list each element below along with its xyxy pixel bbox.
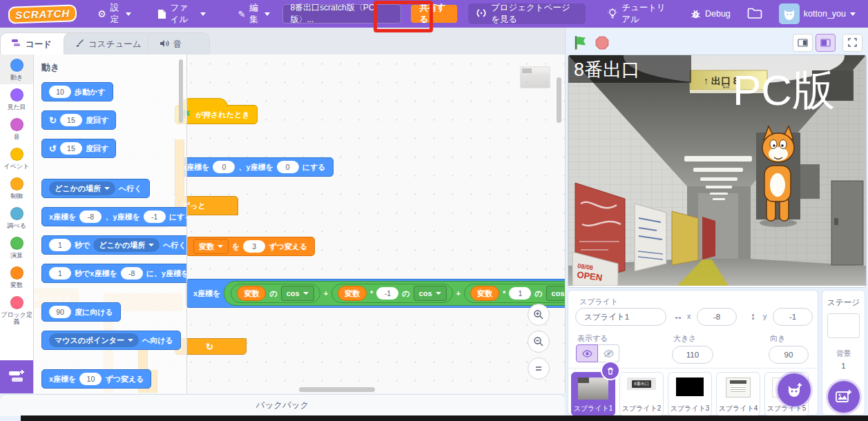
number-input[interactable]: -8 [79, 210, 102, 223]
number-input[interactable]: 10 [49, 86, 71, 98]
palette-block[interactable]: ↺15度回す [41, 139, 116, 158]
account-menu[interactable]: kotton_you [771, 0, 864, 28]
y-position-input[interactable]: -1 [773, 308, 813, 326]
goto-xy-block[interactable]: x座標を 0 、y座標を 0 にする [175, 157, 334, 177]
dropdown-field[interactable]: マウスのポインター [49, 333, 139, 347]
palette-block[interactable]: ↻15度回す [41, 110, 116, 130]
share-button[interactable]: 共有する [411, 5, 457, 23]
zoom-in-button[interactable] [528, 304, 550, 326]
palette-block[interactable]: 90度に向ける [41, 302, 121, 322]
stop-button[interactable] [595, 36, 609, 50]
hide-sprite-button[interactable] [598, 344, 619, 362]
set-x-expression-block[interactable]: x座標を 変数 の cos + 変数 * -1 の cos + 変数 [186, 279, 566, 308]
category-item-1[interactable]: 見た目 [0, 84, 33, 114]
operator-cos-3[interactable]: 変数 * 1 の cos [464, 284, 566, 303]
my-stuff-folder-button[interactable] [739, 0, 771, 28]
script-area[interactable]: 取ったとき 大きさを 110 %にする が押されたとき x座標を 0 、y座標を… [33, 55, 566, 393]
backpack-bar[interactable]: バックパック [0, 394, 565, 416]
palette-block[interactable]: x座標を10ずつ変える [41, 369, 151, 389]
palette-scrollbar[interactable] [179, 59, 183, 123]
zoom-reset-button[interactable] [528, 358, 550, 380]
x-axis-icon: ↔ [673, 311, 683, 322]
operator-cos-1[interactable]: 変数 の cos [231, 284, 320, 303]
vertical-scrollbar[interactable] [557, 77, 561, 123]
palette-block[interactable]: x座標を-8、y座標を-1にする [41, 207, 187, 226]
project-page-button[interactable]: プロジェクトページを見る [468, 3, 586, 24]
x-position-input[interactable]: -8 [697, 308, 737, 326]
dropdown-field[interactable]: どこかの場所 [49, 182, 115, 195]
change-variable-block[interactable]: 変数 を 3 ずつ変える [186, 237, 315, 256]
add-sprite-button[interactable] [778, 373, 811, 407]
number-input[interactable]: -8 [121, 267, 143, 280]
number-input[interactable]: 1 [49, 267, 71, 280]
number-input[interactable]: 1 [509, 287, 531, 300]
delete-sprite-button[interactable] [601, 361, 620, 380]
number-input[interactable]: -1 [144, 210, 166, 223]
category-item-4[interactable]: 制御 [0, 173, 33, 203]
category-item-5[interactable]: 調べる [0, 203, 33, 233]
file-menu[interactable]: ファイル [149, 0, 215, 28]
number-input[interactable]: 3 [243, 240, 265, 253]
number-input[interactable]: 90 [49, 306, 71, 318]
dropdown-field[interactable]: どこかの場所 [93, 238, 160, 252]
palette-block[interactable]: マウスのポインターへ向ける [41, 331, 181, 350]
category-item-6[interactable]: 演算 [0, 233, 33, 262]
project-title-input[interactable]: 8番出口scratch版〈PC版〉... [282, 4, 401, 23]
category-item-2[interactable]: 音 [0, 114, 33, 144]
stage[interactable]: 08/08 OPEN [568, 55, 867, 288]
tab-sounds[interactable]: 音 [148, 32, 210, 55]
block-palette[interactable]: 動き 10歩動かす↻15度回す↺15度回すどこかの場所へ行くx座標を-8、y座標… [33, 55, 187, 393]
operator-cos-2[interactable]: 変数 * -1 の cos [331, 284, 453, 303]
sprite-name-input[interactable]: スプライト1 [575, 308, 666, 326]
horizontal-scrollbar[interactable] [299, 387, 375, 392]
direction-input[interactable]: 90 [769, 346, 809, 364]
stage-panel[interactable]: ステージ 背景 1 [822, 290, 865, 415]
backdrop-thumbnail[interactable] [827, 313, 860, 338]
palette-block[interactable]: どこかの場所へ行く [41, 179, 150, 198]
math-function-dropdown[interactable]: cos [281, 286, 314, 301]
variable-reporter[interactable]: 変数 [470, 286, 499, 301]
variable-reporter[interactable]: 変数 [338, 286, 367, 301]
category-item-0[interactable]: 動き [0, 55, 33, 84]
sprite-card-2[interactable]: 8番出口スプライト2 [619, 372, 664, 416]
chevron-down-icon [218, 245, 223, 248]
block-label: の [269, 288, 277, 299]
category-item-8[interactable]: ブロック定義 [0, 292, 33, 329]
green-flag-button[interactable] [573, 35, 588, 50]
scratch-logo[interactable]: SCRATCH [8, 4, 77, 23]
operator-multiply[interactable]: 変数 の cos + 変数 * -1 の cos + 変数 * 1 の [224, 281, 566, 306]
chevron-down-icon [148, 244, 154, 246]
settings-menu[interactable]: ⚙ 設定 [89, 0, 139, 28]
math-function-dropdown[interactable]: cos [414, 286, 447, 301]
category-item-3[interactable]: イベント [0, 144, 33, 173]
variable-dropdown[interactable]: 変数 [193, 239, 229, 254]
palette-block[interactable]: 1秒でx座標を-8に、y座標を-1 [41, 264, 187, 283]
variable-reporter[interactable]: 変数 [237, 286, 266, 301]
tutorials-button[interactable]: チュートリアル [599, 0, 679, 28]
palette-block[interactable]: 1秒でどこかの場所へ行く [41, 235, 187, 255]
number-input[interactable]: 0 [213, 161, 235, 173]
category-item-7[interactable]: 変数 [0, 262, 33, 292]
number-input[interactable]: 10 [79, 373, 102, 385]
large-stage-button[interactable] [816, 34, 836, 52]
show-sprite-button[interactable] [576, 344, 598, 362]
sprite-card-3[interactable]: スプライト3 [668, 372, 712, 416]
fullscreen-button[interactable] [842, 34, 862, 52]
cat-sprite[interactable] [756, 126, 800, 227]
add-backdrop-button[interactable] [828, 381, 860, 413]
edit-menu[interactable]: ✎ 編集 [229, 0, 278, 28]
add-extension-button[interactable] [0, 360, 33, 393]
debug-button[interactable]: ? Debug [682, 0, 739, 28]
small-stage-button[interactable] [793, 34, 813, 52]
number-input[interactable]: 1 [49, 239, 71, 251]
zoom-out-button[interactable] [528, 331, 550, 353]
size-input[interactable]: 110 [672, 346, 713, 364]
palette-block[interactable]: 10歩動かす [41, 82, 113, 101]
sprite-card-4[interactable]: スプライト4 [716, 372, 760, 416]
number-input[interactable]: 0 [277, 161, 299, 173]
number-input[interactable]: 15 [60, 142, 82, 155]
number-input[interactable]: 15 [60, 114, 82, 126]
math-function-dropdown[interactable]: cos [546, 286, 566, 301]
category-color-dot [10, 88, 23, 101]
number-input[interactable]: -1 [376, 287, 398, 300]
